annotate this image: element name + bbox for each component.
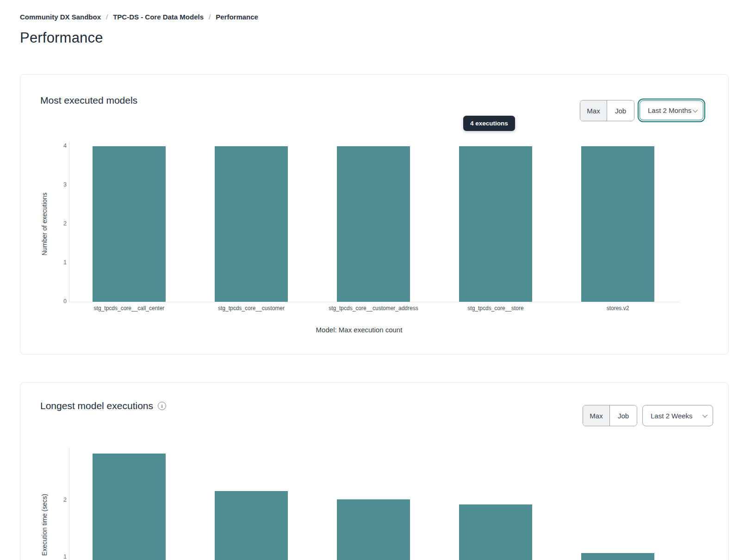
max-toggle-button[interactable]: Max: [580, 100, 607, 121]
bar[interactable]: [581, 553, 654, 560]
bar[interactable]: [93, 146, 166, 302]
info-icon[interactable]: i: [158, 402, 166, 410]
x-category-label: stg_tpcds_core__call_center: [60, 305, 199, 311]
bar[interactable]: [215, 491, 288, 560]
bar[interactable]: [337, 146, 410, 302]
breadcrumb-item-project[interactable]: Community DX Sandbox: [20, 13, 101, 21]
y-tick: 1: [47, 554, 67, 560]
y-axis-line: [69, 448, 69, 560]
x-axis-title: Model: Max execution count: [220, 326, 498, 334]
bar[interactable]: [337, 499, 410, 560]
x-category-label: stg_tpcds_core__customer: [182, 305, 321, 311]
y-axis-line: [69, 142, 69, 302]
chevron-down-icon: [702, 412, 708, 417]
job-toggle-button[interactable]: Job: [610, 405, 637, 426]
x-category-label: stores.v2: [548, 305, 687, 311]
time-range-dropdown[interactable]: Last 2 Weeks: [642, 405, 713, 426]
most-executed-models-card: Most executed models Max Job Last 2 Mont…: [20, 74, 729, 355]
performance-page: Community DX Sandbox / TPC-DS - Core Dat…: [0, 0, 733, 560]
bar[interactable]: [215, 146, 288, 302]
card-title: Most executed models: [40, 95, 137, 106]
y-tick: 4: [47, 143, 67, 149]
breadcrumb-item-environment[interactable]: TPC-DS - Core Data Models: [113, 13, 204, 21]
job-toggle-button[interactable]: Job: [607, 100, 634, 121]
breadcrumb-item-current: Performance: [216, 13, 258, 21]
max-toggle-button[interactable]: Max: [583, 405, 610, 426]
time-range-dropdown[interactable]: Last 2 Months: [640, 100, 703, 120]
x-category-label: stg_tpcds_core__customer_address: [304, 305, 443, 311]
bar[interactable]: [459, 504, 532, 560]
bar[interactable]: [93, 454, 166, 560]
y-axis-label: Execution time (secs): [41, 494, 48, 556]
breadcrumb: Community DX Sandbox / TPC-DS - Core Dat…: [20, 13, 258, 21]
breadcrumb-separator: /: [106, 13, 108, 21]
bar[interactable]: [581, 146, 654, 302]
aggregation-toggle: Max Job: [580, 100, 634, 121]
chart-tooltip: 4 executions: [463, 116, 515, 131]
y-tick: 2: [47, 497, 67, 503]
x-axis-line: [69, 302, 680, 302]
y-tick: 3: [47, 181, 67, 188]
y-tick: 1: [47, 259, 67, 266]
bar[interactable]: [459, 146, 532, 302]
page-title: Performance: [20, 30, 103, 46]
breadcrumb-separator: /: [209, 13, 211, 21]
chevron-down-icon: [693, 107, 698, 112]
card-title: Longest model executions i: [40, 400, 166, 411]
longest-model-executions-card: Longest model executions i Max Job Last …: [20, 382, 729, 560]
y-tick: 0: [47, 298, 67, 305]
x-category-label: stg_tpcds_core__store: [426, 305, 565, 311]
y-tick: 2: [47, 220, 67, 227]
aggregation-toggle: Max Job: [583, 405, 637, 426]
